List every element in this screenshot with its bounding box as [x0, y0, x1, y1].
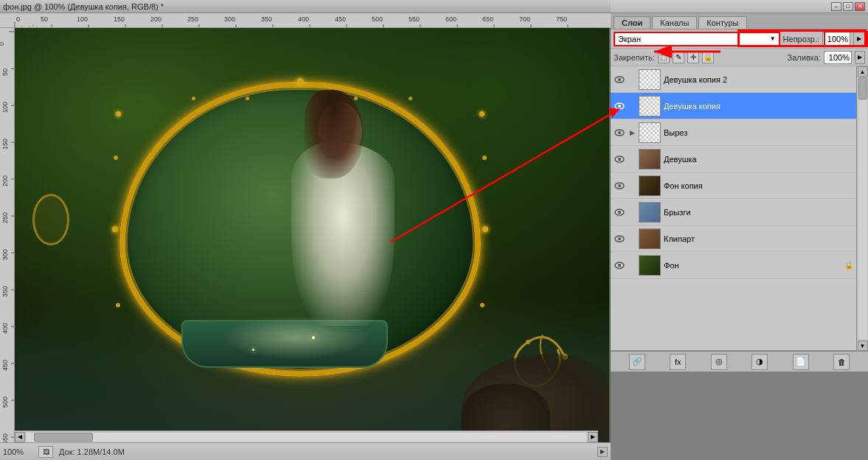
lock-position-icon[interactable]: ✛ [687, 52, 699, 63]
svg-point-76 [618, 184, 621, 187]
panel-maximize-button[interactable]: □ [843, 2, 853, 11]
layer-expand-arrow-icon[interactable] [628, 153, 636, 165]
layer-item[interactable]: Девушка копия 2 [611, 66, 856, 93]
lock-transparency-icon[interactable]: ⬚ [658, 52, 670, 63]
svg-text:350: 350 [1, 286, 9, 297]
tab-layers[interactable]: Слои [614, 16, 650, 29]
layer-name-label: Девушка [664, 155, 853, 164]
tab-paths[interactable]: Контуры [698, 16, 746, 29]
svg-text:150: 150 [114, 15, 125, 23]
fill-arrow-button[interactable]: ▶ [855, 51, 865, 64]
panel-minimize-button[interactable]: – [831, 2, 841, 11]
new-layer-button[interactable]: 📄 [793, 354, 809, 370]
layer-item[interactable]: Девушка [611, 146, 856, 172]
zoom-menu-button[interactable]: 🖼 [38, 446, 53, 458]
blend-mode-dropdown[interactable]: Экран ▼ [614, 32, 780, 46]
layer-visibility-icon[interactable] [614, 153, 625, 165]
layer-visibility-icon[interactable] [614, 127, 625, 139]
layer-lock-icon: 🔒 [844, 261, 853, 270]
svg-text:300: 300 [1, 249, 9, 260]
delete-layer-button[interactable]: 🗑 [833, 354, 850, 370]
layer-thumbnail [639, 69, 661, 90]
svg-text:100: 100 [1, 102, 9, 113]
svg-text:150: 150 [1, 139, 9, 150]
layer-visibility-icon[interactable] [614, 180, 625, 192]
layer-item[interactable]: Фон копия [611, 172, 856, 199]
layer-visibility-icon[interactable] [614, 233, 625, 245]
layer-name-label: Вырез [664, 128, 853, 137]
panel-title-buttons: – □ ✕ [831, 2, 865, 11]
fx-button[interactable]: fx [670, 354, 686, 370]
horizontal-scrollbar[interactable]: ◀ ▶ [15, 431, 598, 442]
svg-text:750: 750 [556, 15, 567, 23]
scroll-down-button[interactable]: ▼ [858, 341, 868, 351]
lock-image-icon[interactable]: ✎ [673, 52, 684, 63]
layer-item[interactable]: ▶Вырез [611, 119, 856, 146]
adjustment-button[interactable]: ◑ [751, 354, 768, 370]
ruler-left: 0 50 100 150 200 250 300 350 400 450 500… [0, 28, 15, 442]
scroll-thumb-h[interactable] [34, 433, 93, 442]
svg-point-68 [618, 78, 621, 81]
lock-row: Закрепить: ⬚ ✎ ✛ 🔒 Заливка: 100% ▶ [611, 49, 868, 66]
tab-channels[interactable]: Каналы [652, 16, 697, 29]
panel-close-button[interactable]: ✕ [855, 2, 865, 11]
status-scroll-right[interactable]: ▶ [597, 447, 608, 457]
layer-expand-arrow-icon[interactable] [628, 233, 636, 245]
mask-button[interactable]: ◎ [711, 354, 727, 370]
svg-point-78 [618, 211, 621, 214]
layer-thumbnail [639, 96, 661, 116]
svg-text:0: 0 [0, 42, 5, 46]
layer-expand-arrow-icon[interactable] [628, 180, 636, 192]
svg-point-82 [618, 264, 621, 267]
zoom-level: 100% [3, 447, 32, 456]
status-bar: 100% 🖼 Док: 1.28М/14.0М ▶ [0, 442, 611, 460]
link-layers-button[interactable]: 🔗 [629, 354, 645, 370]
layer-name-label: Брызги [664, 208, 853, 217]
layer-item[interactable]: Девушка копия [611, 93, 856, 119]
layer-name-label: Фон [664, 261, 841, 270]
layer-item[interactable]: Фон🔒 [611, 252, 856, 279]
opacity-label: Непрозр.: [783, 35, 819, 43]
scroll-track[interactable] [27, 433, 586, 442]
svg-text:100: 100 [77, 15, 88, 23]
layer-thumbnail [639, 229, 661, 249]
layer-expand-arrow-icon[interactable] [628, 206, 636, 218]
svg-text:400: 400 [1, 323, 9, 334]
lock-all-icon[interactable]: 🔒 [702, 52, 714, 63]
layer-expand-arrow-icon[interactable] [628, 259, 636, 271]
ruler-top-svg: // Draw tick marks via inline approach -… [0, 13, 611, 27]
layer-visibility-icon[interactable] [614, 74, 625, 86]
svg-point-74 [618, 158, 621, 161]
fill-value[interactable]: 100% [824, 51, 852, 64]
layers-list: Девушка копия 2Девушка копия▶ВырезДевушк… [611, 66, 856, 351]
layer-name-label: Клипарт [664, 234, 853, 243]
opacity-value[interactable]: 100% [822, 32, 850, 46]
svg-text:250: 250 [1, 212, 9, 223]
layer-item[interactable]: Клипарт [611, 226, 856, 252]
svg-point-80 [618, 237, 621, 240]
svg-text:500: 500 [372, 15, 383, 23]
vertical-scrollbar[interactable]: ▲ ▼ [856, 66, 868, 351]
layer-expand-arrow-icon[interactable]: ▶ [628, 127, 636, 139]
svg-text:550: 550 [1, 433, 9, 442]
scroll-right-button[interactable]: ▶ [588, 432, 598, 442]
panel-title-bar: – □ ✕ [611, 0, 868, 13]
gray-area-below-panel [611, 372, 868, 460]
layer-visibility-icon[interactable] [614, 100, 625, 112]
layer-expand-arrow-icon[interactable] [628, 100, 636, 112]
scroll-thumb-v[interactable] [858, 77, 867, 100]
layer-visibility-icon[interactable] [614, 206, 625, 218]
svg-text:700: 700 [519, 15, 530, 23]
layer-expand-arrow-icon[interactable] [628, 74, 636, 86]
scroll-up-button[interactable]: ▲ [858, 66, 868, 77]
svg-text:50: 50 [1, 69, 9, 76]
scroll-left-button[interactable]: ◀ [15, 432, 25, 442]
layer-thumbnail [639, 122, 661, 143]
opacity-arrow-button[interactable]: ▶ [853, 32, 865, 46]
layer-visibility-icon[interactable] [614, 259, 625, 271]
svg-text:500: 500 [1, 397, 9, 408]
scroll-track-v[interactable] [858, 77, 867, 340]
layer-item[interactable]: Брызги [611, 199, 856, 226]
ruler-top: // Draw tick marks via inline approach -… [0, 13, 611, 28]
svg-text:350: 350 [261, 15, 272, 23]
